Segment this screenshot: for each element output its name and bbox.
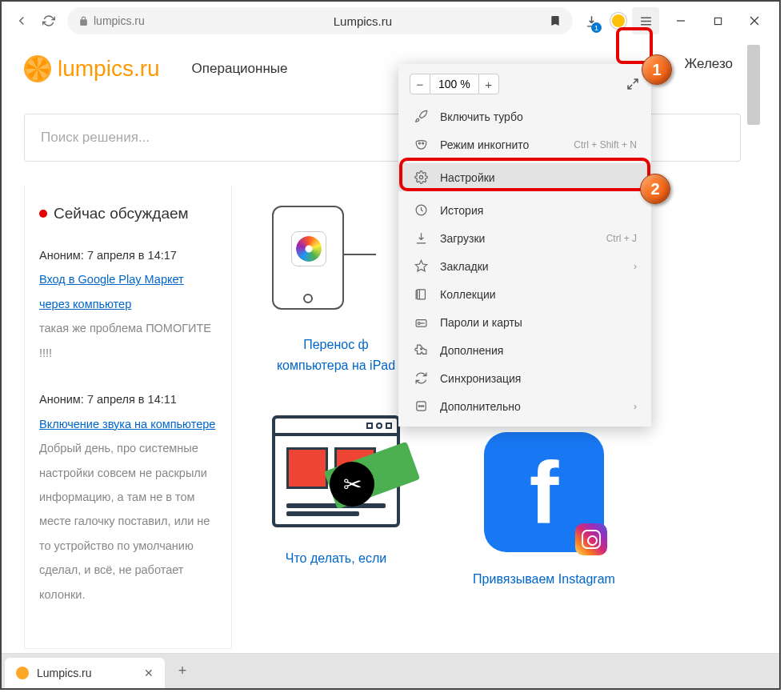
download-icon — [413, 230, 429, 246]
card-thumbnail: ✂ — [264, 407, 408, 535]
discussion-title: Сейчас обсуждаем — [39, 205, 217, 222]
annotation-marker-1: 1 — [642, 54, 672, 85]
menu-item-label: Загрузки — [440, 232, 485, 245]
menu-item-puzzle[interactable]: Дополнения — [398, 336, 651, 364]
zoom-controls: − 100 % + — [398, 70, 651, 102]
downloads-button[interactable]: 1 — [578, 7, 605, 34]
menu-item-label: Включить турбо — [440, 110, 523, 123]
comment-text: такая же проблема ПОМОГИТЕ !!!! — [39, 316, 217, 365]
svg-point-11 — [420, 406, 421, 407]
back-button[interactable] — [8, 7, 35, 34]
comment-link[interactable]: Вход в Google Play Маркет через компьюте… — [39, 273, 184, 310]
card-title[interactable]: Что делать, если — [256, 548, 416, 569]
logo-icon — [24, 55, 51, 82]
zoom-in-button[interactable]: + — [478, 74, 499, 94]
logo-text: lumpics.ru — [58, 56, 160, 82]
lock-icon — [78, 16, 89, 26]
gear-icon — [413, 170, 429, 186]
zoom-out-button[interactable]: − — [410, 74, 430, 94]
menu-item-label: Синхронизация — [440, 372, 521, 385]
mask-icon — [413, 137, 429, 153]
menu-item-star[interactable]: Закладки› — [398, 252, 651, 280]
menu-item-more[interactable]: Дополнительно› — [398, 392, 651, 420]
menu-item-label: Настройки — [440, 171, 495, 184]
scrollbar[interactable] — [747, 45, 760, 125]
comment-item: Аноним: 7 апреля в 14:17 Вход в Google P… — [39, 243, 217, 365]
menu-item-label: Режим инкогнито — [440, 138, 529, 151]
main-menu-dropdown: − 100 % + Включить турбоРежим инкогнитоC… — [398, 64, 651, 427]
menu-shortcut: Ctrl + J — [606, 233, 637, 244]
menu-item-label: Дополнения — [440, 344, 503, 357]
tab-title: Lumpics.ru — [37, 667, 91, 679]
svg-point-8 — [418, 322, 420, 325]
chevron-right-icon: › — [634, 401, 637, 412]
svg-point-1 — [418, 142, 420, 144]
search-placeholder: Поиск решения... — [41, 130, 150, 146]
card-title[interactable]: Перенос фкомпьютера на iPad — [256, 334, 416, 375]
menu-item-label: Дополнительно — [440, 400, 521, 413]
nav-os[interactable]: Операционные — [192, 61, 288, 77]
menu-item-collection[interactable]: Коллекции — [398, 280, 651, 308]
card-title[interactable]: Привязываем Instagram — [464, 569, 624, 590]
site-logo[interactable]: lumpics.ru — [24, 55, 160, 82]
tab-close-button[interactable]: ✕ — [144, 667, 154, 679]
comment-item: Аноним: 7 апреля в 14:11 Включение звука… — [39, 387, 217, 607]
menu-item-rocket[interactable]: Включить турбо — [398, 102, 651, 130]
article-card[interactable]: ✂ Что делать, если — [256, 407, 416, 569]
menu-item-download[interactable]: ЗагрузкиCtrl + J — [398, 224, 651, 252]
menu-item-mask[interactable]: Режим инкогнитоCtrl + Shift + N — [398, 130, 651, 158]
annotation-marker-2: 2 — [640, 174, 670, 204]
discussion-sidebar: Сейчас обсуждаем Аноним: 7 апреля в 14:1… — [24, 186, 232, 649]
minimize-button[interactable] — [662, 7, 699, 34]
reload-button[interactable] — [35, 7, 62, 34]
puzzle-icon — [413, 342, 429, 359]
svg-point-2 — [422, 142, 423, 144]
menu-item-gear[interactable]: Настройки — [398, 163, 651, 191]
fullscreen-button[interactable] — [626, 77, 640, 91]
collection-icon — [413, 286, 429, 302]
svg-rect-0 — [714, 18, 721, 24]
comment-meta: Аноним: 7 апреля в 14:17 — [39, 243, 217, 267]
menu-item-label: Пароли и карты — [440, 316, 522, 329]
menu-item-clock[interactable]: История — [398, 196, 651, 224]
menu-item-label: История — [440, 204, 483, 217]
new-tab-button[interactable]: + — [170, 658, 195, 683]
comment-text: Добрый день, про системные настройки сов… — [39, 436, 217, 607]
chevron-right-icon: › — [634, 261, 637, 272]
comment-link[interactable]: Включение звука на компьютере — [39, 418, 215, 431]
menu-item-label: Коллекции — [440, 288, 496, 301]
menu-item-sync[interactable]: Синхронизация — [398, 364, 651, 392]
svg-marker-5 — [415, 260, 426, 270]
tab-bar: Lumpics.ru ✕ + — [2, 653, 779, 688]
article-card[interactable]: Перенос фкомпьютера на iPad — [256, 194, 416, 375]
instagram-icon — [575, 523, 607, 555]
close-button[interactable] — [736, 7, 773, 34]
rocket-icon — [413, 109, 429, 125]
zoom-value: 100 % — [430, 74, 478, 94]
article-card[interactable]: f Привязываем Instagram — [464, 428, 624, 590]
url-host: lumpics.ru — [94, 14, 145, 27]
card-thumbnail — [264, 194, 408, 322]
menu-item-label: Закладки — [440, 260, 489, 273]
address-bar[interactable]: lumpics.ru Lumpics.ru — [67, 7, 573, 34]
page-title: Lumpics.ru — [177, 14, 549, 28]
browser-toolbar: lumpics.ru Lumpics.ru 1 — [2, 2, 779, 40]
menu-item-key[interactable]: Пароли и карты — [398, 308, 651, 336]
card-thumbnail: f — [472, 428, 616, 556]
comment-meta: Аноним: 7 апреля в 14:11 — [39, 387, 217, 411]
menu-shortcut: Ctrl + Shift + N — [574, 139, 637, 150]
key-icon — [413, 314, 429, 330]
browser-tab[interactable]: Lumpics.ru ✕ — [5, 658, 165, 688]
bookmark-icon[interactable] — [549, 14, 562, 27]
sync-icon — [413, 371, 429, 387]
window-controls — [662, 7, 773, 34]
clock-icon — [413, 202, 429, 218]
star-icon — [413, 258, 429, 274]
svg-point-12 — [422, 406, 423, 407]
more-icon — [413, 399, 429, 415]
svg-point-3 — [419, 175, 422, 178]
svg-rect-6 — [417, 290, 425, 299]
download-badge: 1 — [591, 22, 602, 33]
maximize-button[interactable] — [699, 7, 736, 34]
svg-point-10 — [418, 406, 419, 407]
